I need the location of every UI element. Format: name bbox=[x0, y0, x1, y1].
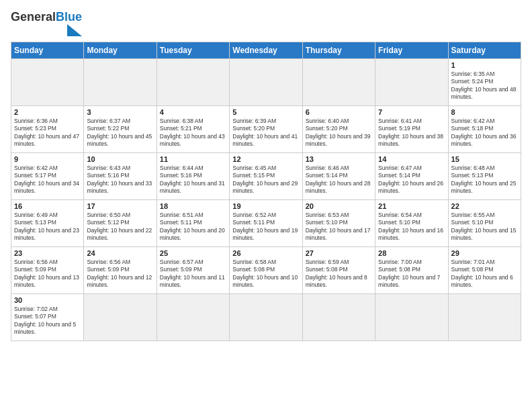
calendar-cell: 30Sunrise: 7:02 AMSunset: 5:07 PMDayligh… bbox=[11, 293, 84, 340]
calendar-cell: 18Sunrise: 6:51 AMSunset: 5:11 PMDayligh… bbox=[157, 199, 229, 246]
weekday-header: Monday bbox=[84, 42, 157, 58]
calendar-cell: 22Sunrise: 6:55 AMSunset: 5:10 PMDayligh… bbox=[448, 199, 521, 246]
day-number: 1 bbox=[451, 61, 518, 69]
cell-info: Sunrise: 6:38 AMSunset: 5:21 PMDaylight:… bbox=[160, 118, 226, 148]
header: GeneralBlue bbox=[11, 11, 521, 36]
calendar-cell: 12Sunrise: 6:45 AMSunset: 5:15 PMDayligh… bbox=[230, 152, 302, 199]
day-number: 6 bbox=[306, 108, 372, 116]
cell-info: Sunrise: 6:35 AMSunset: 5:24 PMDaylight:… bbox=[451, 71, 518, 101]
weekday-header: Wednesday bbox=[230, 42, 302, 58]
cell-info: Sunrise: 6:41 AMSunset: 5:19 PMDaylight:… bbox=[378, 118, 445, 148]
cell-info: Sunrise: 6:48 AMSunset: 5:13 PMDaylight:… bbox=[451, 165, 518, 195]
calendar-cell: 2Sunrise: 6:36 AMSunset: 5:23 PMDaylight… bbox=[11, 105, 84, 152]
cell-info: Sunrise: 7:01 AMSunset: 5:08 PMDaylight:… bbox=[451, 259, 518, 289]
cell-info: Sunrise: 6:56 AMSunset: 5:09 PMDaylight:… bbox=[14, 259, 81, 289]
calendar-cell bbox=[84, 58, 157, 105]
day-number: 15 bbox=[451, 155, 518, 163]
day-number: 3 bbox=[87, 108, 153, 116]
calendar-cell: 24Sunrise: 6:56 AMSunset: 5:09 PMDayligh… bbox=[84, 246, 157, 293]
cell-info: Sunrise: 6:36 AMSunset: 5:23 PMDaylight:… bbox=[14, 118, 81, 148]
weekday-header: Tuesday bbox=[157, 42, 229, 58]
cell-info: Sunrise: 6:50 AMSunset: 5:12 PMDaylight:… bbox=[87, 212, 153, 242]
calendar-cell: 4Sunrise: 6:38 AMSunset: 5:21 PMDaylight… bbox=[157, 105, 229, 152]
day-number: 23 bbox=[14, 249, 81, 257]
day-number: 20 bbox=[306, 202, 372, 210]
svg-marker-0 bbox=[67, 24, 82, 36]
calendar-week-row: 23Sunrise: 6:56 AMSunset: 5:09 PMDayligh… bbox=[11, 246, 521, 293]
cell-info: Sunrise: 6:44 AMSunset: 5:16 PMDaylight:… bbox=[160, 165, 226, 195]
calendar-cell: 19Sunrise: 6:52 AMSunset: 5:11 PMDayligh… bbox=[230, 199, 302, 246]
calendar: SundayMondayTuesdayWednesdayThursdayFrid… bbox=[11, 42, 521, 341]
calendar-cell: 23Sunrise: 6:56 AMSunset: 5:09 PMDayligh… bbox=[11, 246, 84, 293]
calendar-cell bbox=[448, 293, 521, 340]
logo-icon bbox=[48, 24, 82, 36]
calendar-cell: 17Sunrise: 6:50 AMSunset: 5:12 PMDayligh… bbox=[84, 199, 157, 246]
cell-info: Sunrise: 6:39 AMSunset: 5:20 PMDaylight:… bbox=[232, 118, 299, 148]
calendar-cell bbox=[375, 58, 448, 105]
calendar-cell: 26Sunrise: 6:58 AMSunset: 5:08 PMDayligh… bbox=[230, 246, 302, 293]
day-number: 29 bbox=[451, 249, 518, 257]
weekday-header: Friday bbox=[375, 42, 448, 58]
calendar-cell: 6Sunrise: 6:40 AMSunset: 5:20 PMDaylight… bbox=[302, 105, 375, 152]
calendar-cell: 21Sunrise: 6:54 AMSunset: 5:10 PMDayligh… bbox=[375, 199, 448, 246]
calendar-cell: 11Sunrise: 6:44 AMSunset: 5:16 PMDayligh… bbox=[157, 152, 229, 199]
day-number: 5 bbox=[232, 108, 299, 116]
day-number: 21 bbox=[378, 202, 445, 210]
calendar-cell: 16Sunrise: 6:49 AMSunset: 5:13 PMDayligh… bbox=[11, 199, 84, 246]
calendar-week-row: 30Sunrise: 7:02 AMSunset: 5:07 PMDayligh… bbox=[11, 293, 521, 340]
calendar-cell: 25Sunrise: 6:57 AMSunset: 5:09 PMDayligh… bbox=[157, 246, 229, 293]
calendar-cell: 29Sunrise: 7:01 AMSunset: 5:08 PMDayligh… bbox=[448, 246, 521, 293]
calendar-cell bbox=[157, 58, 229, 105]
weekday-header: Thursday bbox=[302, 42, 375, 58]
cell-info: Sunrise: 6:59 AMSunset: 5:08 PMDaylight:… bbox=[306, 259, 372, 289]
calendar-cell: 8Sunrise: 6:42 AMSunset: 5:18 PMDaylight… bbox=[448, 105, 521, 152]
day-number: 4 bbox=[160, 108, 226, 116]
calendar-cell bbox=[375, 293, 448, 340]
calendar-cell bbox=[302, 293, 375, 340]
calendar-cell: 10Sunrise: 6:43 AMSunset: 5:16 PMDayligh… bbox=[84, 152, 157, 199]
day-number: 7 bbox=[378, 108, 445, 116]
cell-info: Sunrise: 6:42 AMSunset: 5:18 PMDaylight:… bbox=[451, 118, 518, 148]
calendar-week-row: 16Sunrise: 6:49 AMSunset: 5:13 PMDayligh… bbox=[11, 199, 521, 246]
day-number: 22 bbox=[451, 202, 518, 210]
logo-text: GeneralBlue bbox=[11, 11, 82, 24]
cell-info: Sunrise: 6:52 AMSunset: 5:11 PMDaylight:… bbox=[232, 212, 299, 242]
cell-info: Sunrise: 6:53 AMSunset: 5:10 PMDaylight:… bbox=[306, 212, 372, 242]
day-number: 10 bbox=[87, 155, 153, 163]
day-number: 24 bbox=[87, 249, 153, 257]
calendar-cell: 3Sunrise: 6:37 AMSunset: 5:22 PMDaylight… bbox=[84, 105, 157, 152]
weekday-header-row: SundayMondayTuesdayWednesdayThursdayFrid… bbox=[11, 42, 521, 58]
day-number: 18 bbox=[160, 202, 226, 210]
day-number: 13 bbox=[306, 155, 372, 163]
day-number: 28 bbox=[378, 249, 445, 257]
calendar-week-row: 2Sunrise: 6:36 AMSunset: 5:23 PMDaylight… bbox=[11, 105, 521, 152]
calendar-cell bbox=[157, 293, 229, 340]
cell-info: Sunrise: 6:45 AMSunset: 5:15 PMDaylight:… bbox=[232, 165, 299, 195]
calendar-cell bbox=[11, 58, 84, 105]
calendar-cell bbox=[84, 293, 157, 340]
calendar-week-row: 9Sunrise: 6:42 AMSunset: 5:17 PMDaylight… bbox=[11, 152, 521, 199]
cell-info: Sunrise: 6:42 AMSunset: 5:17 PMDaylight:… bbox=[14, 165, 81, 195]
day-number: 12 bbox=[232, 155, 299, 163]
calendar-cell: 5Sunrise: 6:39 AMSunset: 5:20 PMDaylight… bbox=[230, 105, 302, 152]
weekday-header: Sunday bbox=[11, 42, 84, 58]
calendar-cell: 27Sunrise: 6:59 AMSunset: 5:08 PMDayligh… bbox=[302, 246, 375, 293]
cell-info: Sunrise: 6:55 AMSunset: 5:10 PMDaylight:… bbox=[451, 212, 518, 242]
weekday-header: Saturday bbox=[448, 42, 521, 58]
day-number: 19 bbox=[232, 202, 299, 210]
day-number: 11 bbox=[160, 155, 226, 163]
cell-info: Sunrise: 6:49 AMSunset: 5:13 PMDaylight:… bbox=[14, 212, 81, 242]
calendar-cell: 20Sunrise: 6:53 AMSunset: 5:10 PMDayligh… bbox=[302, 199, 375, 246]
cell-info: Sunrise: 6:56 AMSunset: 5:09 PMDaylight:… bbox=[87, 259, 153, 289]
cell-info: Sunrise: 6:57 AMSunset: 5:09 PMDaylight:… bbox=[160, 259, 226, 289]
day-number: 17 bbox=[87, 202, 153, 210]
day-number: 8 bbox=[451, 108, 518, 116]
day-number: 16 bbox=[14, 202, 81, 210]
calendar-cell bbox=[230, 293, 302, 340]
cell-info: Sunrise: 6:51 AMSunset: 5:11 PMDaylight:… bbox=[160, 212, 226, 242]
cell-info: Sunrise: 7:02 AMSunset: 5:07 PMDaylight:… bbox=[14, 306, 81, 336]
logo: GeneralBlue bbox=[11, 11, 82, 36]
cell-info: Sunrise: 6:47 AMSunset: 5:14 PMDaylight:… bbox=[378, 165, 445, 195]
calendar-cell: 13Sunrise: 6:46 AMSunset: 5:14 PMDayligh… bbox=[302, 152, 375, 199]
calendar-cell: 28Sunrise: 7:00 AMSunset: 5:08 PMDayligh… bbox=[375, 246, 448, 293]
